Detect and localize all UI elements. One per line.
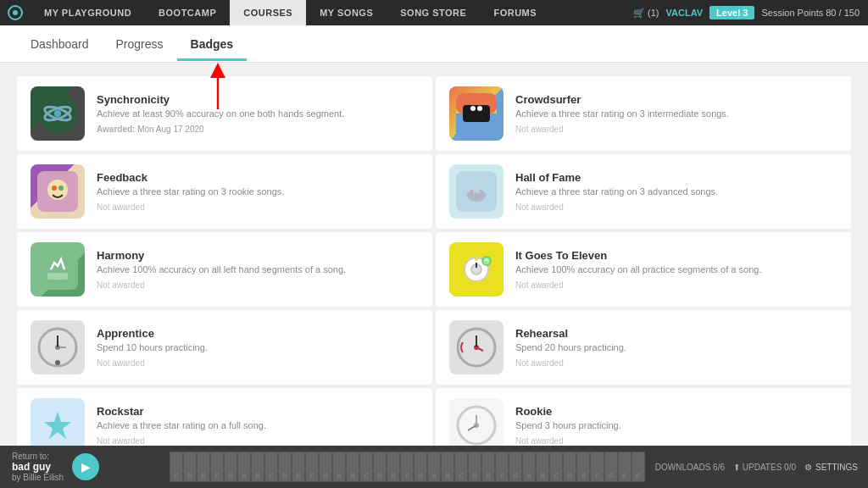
piano-key[interactable]: A — [237, 452, 251, 482]
badge-info-harmony: HarmonyAchieve 100% accuracy on all left… — [97, 249, 419, 289]
badge-item-crowdsurfer: CrowdsurferAchieve a three star rating o… — [436, 76, 851, 151]
nav-courses[interactable]: COURSES — [230, 0, 306, 25]
svg-line-39 — [468, 425, 476, 430]
badge-item-rockstar: RockstarAchieve a three star rating on a… — [17, 388, 432, 446]
badge-item-feedback: FeedbackAchieve a three star rating on 3… — [17, 154, 432, 229]
badge-name-crowdsurfer: Crowdsurfer — [515, 93, 837, 106]
piano-key[interactable]: E — [576, 452, 590, 482]
badge-info-itgoestoeleven: It Goes To ElevenAchieve 100% accuracy o… — [515, 249, 837, 289]
badge-desc-itgoestoeleven: Achieve 100% accuracy on all practice se… — [515, 263, 837, 276]
piano-key[interactable]: F — [210, 452, 224, 482]
piano-key[interactable]: E — [481, 452, 495, 482]
piano-key[interactable]: B — [346, 452, 359, 482]
piano-key[interactable]: B — [536, 452, 549, 482]
svg-point-26 — [482, 257, 491, 265]
tab-dashboard[interactable]: Dashboard — [17, 27, 103, 61]
piano-key[interactable]: G — [224, 452, 237, 482]
piano-key[interactable]: G — [604, 452, 618, 482]
badge-desc-feedback: Achieve a three star rating on 3 rookie … — [97, 186, 419, 198]
badge-icon-rockstar — [31, 398, 85, 446]
awarded-date: Mon Aug 17 2020 — [137, 125, 203, 134]
piano-key[interactable]: G — [509, 452, 522, 482]
badge-name-rockstar: Rockstar — [97, 405, 419, 418]
piano-key[interactable]: E — [387, 452, 400, 482]
piano-key[interactable]: A — [332, 452, 346, 482]
piano-key[interactable]: F — [495, 452, 509, 482]
tab-badges[interactable]: Badges — [177, 27, 248, 61]
return-to-info: Return to: bad guy by Billie Eilish — [12, 452, 64, 482]
nav-bootcamp[interactable]: BOOTCAMP — [145, 0, 230, 25]
badge-icon-crowdsurfer — [449, 86, 504, 141]
piano-key[interactable]: D — [563, 452, 576, 482]
badge-info-apprentice: ApprenticeSpend 10 hours practicing.Not … — [97, 327, 419, 367]
badge-desc-rehearsal: Spend 20 hours practicing. — [515, 341, 837, 354]
badge-desc-synchronicity: Achieve at least 90% accuracy on one bot… — [97, 108, 419, 120]
svg-point-13 — [477, 106, 482, 111]
main-nav: MY PLAYGROUND BOOTCAMP COURSES MY SONGS … — [0, 0, 868, 25]
piano-key[interactable]: F — [305, 452, 319, 482]
badge-status-rehearsal: Not awarded — [515, 358, 837, 368]
badge-item-synchronicity: SynchronicityAchieve at least 90% accura… — [17, 76, 432, 151]
piano-key[interactable]: B — [251, 452, 264, 482]
badge-status-apprentice: Not awarded — [97, 358, 419, 368]
badge-icon-harmony — [31, 242, 85, 297]
piano-key[interactable]: B — [441, 452, 454, 482]
bottom-bar: Return to: bad guy by Billie Eilish ▶ CD… — [0, 446, 868, 488]
update-icon: ⬆ — [733, 463, 740, 472]
piano-key[interactable]: E — [292, 452, 305, 482]
svg-point-12 — [470, 106, 476, 111]
piano-key[interactable]: F — [400, 452, 414, 482]
play-button[interactable]: ▶ — [72, 453, 99, 480]
piano-key[interactable]: C — [170, 452, 183, 482]
piano-key[interactable]: C — [549, 452, 563, 482]
sub-nav: Dashboard Progress Badges — [0, 25, 868, 63]
badge-item-halloffame: Hall of FameAchieve a three star rating … — [436, 154, 851, 229]
piano-key[interactable]: D — [373, 452, 387, 482]
main-content: SynchronicityAchieve at least 90% accura… — [0, 63, 868, 446]
piano-key[interactable]: B — [632, 452, 645, 482]
user-name: VACLAV — [666, 8, 704, 18]
svg-point-7 — [54, 110, 61, 117]
badge-status-synchronicity: Awarded: Mon Aug 17 2020 — [97, 125, 419, 134]
piano-key[interactable]: D — [183, 452, 197, 482]
badge-name-itgoestoeleven: It Goes To Eleven — [515, 249, 837, 262]
nav-forums[interactable]: FORUMS — [480, 0, 550, 25]
piano-key[interactable]: C — [264, 452, 278, 482]
badge-name-rookie: Rookie — [515, 405, 837, 418]
piano-key[interactable]: A — [427, 452, 441, 482]
piano-key[interactable]: F — [590, 452, 604, 482]
badge-desc-harmony: Achieve 100% accuracy on all left hand s… — [97, 263, 419, 276]
piano-key[interactable]: D — [278, 452, 292, 482]
badge-info-synchronicity: SynchronicityAchieve at least 90% accura… — [97, 93, 419, 133]
badge-name-rehearsal: Rehearsal — [515, 327, 837, 340]
piano-key[interactable]: C — [454, 452, 468, 482]
badge-info-rockstar: RockstarAchieve a three star rating on a… — [97, 405, 419, 445]
svg-rect-19 — [37, 249, 78, 290]
piano-key[interactable]: E — [197, 452, 210, 482]
piano-key[interactable]: G — [414, 452, 427, 482]
badge-info-halloffame: Hall of FameAchieve a three star rating … — [515, 171, 837, 211]
nav-my-playground[interactable]: MY PLAYGROUND — [31, 0, 145, 25]
logo[interactable] — [0, 0, 31, 25]
piano-key[interactable]: D — [468, 452, 481, 482]
tab-progress[interactable]: Progress — [103, 27, 177, 61]
svg-rect-20 — [47, 273, 68, 280]
badge-icon-halloffame — [449, 164, 504, 219]
svg-point-16 — [52, 186, 57, 191]
nav-song-store[interactable]: SONG STORE — [387, 0, 480, 25]
cart-icon[interactable]: 🛒 (1) — [633, 8, 659, 19]
piano-key[interactable]: G — [319, 452, 332, 482]
piano-key[interactable]: A — [618, 452, 632, 482]
svg-rect-11 — [463, 105, 490, 122]
badge-status-crowdsurfer: Not awarded — [515, 125, 837, 134]
return-song-name: bad guy — [12, 461, 64, 473]
settings-button[interactable]: ⚙ SETTINGS — [804, 463, 858, 472]
nav-my-songs[interactable]: MY SONGS — [306, 0, 387, 25]
badges-grid: SynchronicityAchieve at least 90% accura… — [17, 76, 851, 446]
piano-key[interactable]: A — [522, 452, 536, 482]
session-points: Session Points 80 / 150 — [761, 8, 860, 18]
badge-item-rookie: RookieSpend 3 hours practicing.Not award… — [436, 388, 851, 446]
piano-key[interactable]: C — [359, 452, 373, 482]
badge-status-rookie: Not awarded — [515, 436, 837, 446]
badge-item-harmony: HarmonyAchieve 100% accuracy on all left… — [17, 232, 432, 307]
